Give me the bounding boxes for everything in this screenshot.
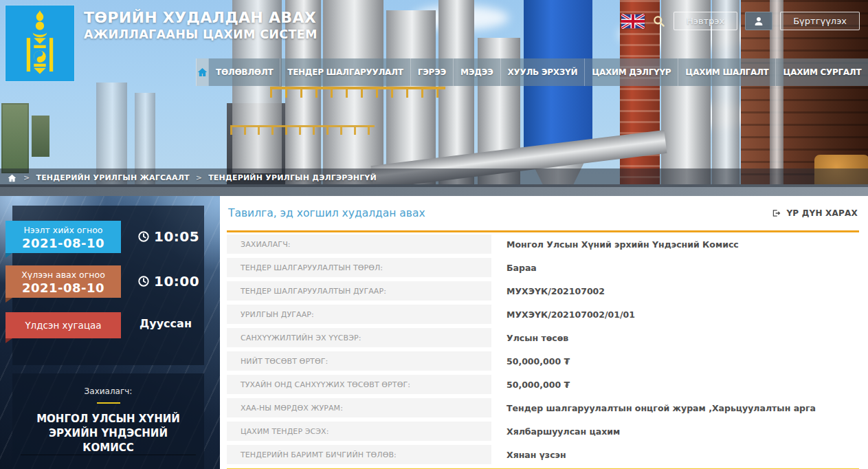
row-label: НИЙТ ТӨСӨВТ ӨРТӨГ: [227,351,491,371]
row-label: ТУХАЙН ОНД САНХҮҮЖИХ ТӨСӨВТ ӨРТӨГ: [227,375,491,394]
table-row: ТЕНДЕР ШАЛГАРУУЛАЛТЫН ТӨРӨЛ: Бараа [227,258,859,277]
row-value: Тендер шалгаруулалтын онцгой журам ,Харь… [491,398,859,417]
remaining-label: Үлдсэн хугацаа [25,320,101,331]
yellow-railing [270,87,445,98]
nav-item-planning[interactable]: ТӨЛӨВЛӨЛТ [208,58,280,86]
row-label: УРИЛГЫН ДУГААР: [227,305,491,324]
green-cabinet [32,116,49,157]
breadcrumb-item-detail[interactable]: ТЕНДЕРИЙН УРИЛГЫН ДЭЛГЭРЭНГҮЙ [208,173,377,182]
user-icon [753,16,764,27]
row-label: САНХҮҮЖИЛТИЙН ЭХ ҮҮСВЭР: [227,328,491,347]
table-row: ТЕНДЕР ШАЛГАРУУЛАЛТЫН ДУГААР: МУХЭҮК/202… [227,281,859,301]
nav-item-tender-selection[interactable]: ТЕНДЕР ШАЛГАРУУЛАЛТ [280,58,410,86]
home-icon [197,67,208,78]
table-row: ТУХАЙН ОНД САНХҮҮЖИХ ТӨСӨВТ ӨРТӨГ: 50,00… [227,375,859,394]
main-content: Тавилга, эд хогшил худалдан авах ҮР ДҮН … [220,196,868,469]
receive-time: 10:00 [137,273,199,290]
receive-date-value: 2021-08-10 [5,281,121,295]
row-label: ХАА-НЫ МӨРДӨХ ЖУРАМ: [227,398,491,417]
site-title-line2: АЖИЛЛАГААНЫ ЦАХИМ СИСТЕМ [84,27,318,42]
open-date-label: Нээлт хийх огноо [5,225,121,235]
row-label: ЗАХИАЛАГЧ: [227,235,491,254]
nav-item-etraining[interactable]: ЦАХИМ СУРГАЛТ [775,58,868,86]
uk-flag-icon[interactable] [621,14,645,29]
row-value: Монгол Улсын Хүний эрхийн Үндэсний Комис… [491,235,859,254]
row-value: МУХЭҮК/202107002 [491,281,859,301]
accent-rule-top [227,230,859,232]
search-icon[interactable] [652,14,666,28]
tender-detail-table: ЗАХИАЛАГЧ: Монгол Улсын Хүний эрхийн Үнд… [227,235,859,469]
open-date-box: Нээлт хийх огноо 2021-08-10 [5,221,121,253]
remaining-value: Дууссан [140,317,192,330]
client-panel: Захиалагч: МОНГОЛ УЛСЫН ХҮНИЙ ЭРХИЙН ҮНД… [12,373,204,469]
client-divider [21,455,196,455]
row-value: Хялбаршуулсан цахим [491,422,859,441]
main-nav: ТӨЛӨВЛӨЛТ ТЕНДЕР ШАЛГАРУУЛАЛТ ГЭРЭЭ МЭДЭ… [196,58,868,86]
user-button[interactable] [745,12,772,30]
nav-item-einspection[interactable]: ЦАХИМ ШАЛГАЛТ [678,58,775,86]
sidebar: Нээлт хийх огноо 2021-08-10 10:05 Хүлээн… [0,196,220,469]
clock-icon [137,275,150,287]
row-label: ТЕНДЕР ШАЛГАРУУЛАЛТЫН ТӨРӨЛ: [227,258,491,277]
breadcrumb-item-list[interactable]: ТЕНДЕРИЙН УРИЛГЫН ЖАГСААЛТ [36,173,189,182]
sign-out-icon [771,208,781,218]
table-row: ТЕНДЕРИЙН БАРИМТ БИЧГИЙН ТӨЛӨВ: Хянан үз… [227,445,859,464]
page-title: Тавилга, эд хогшил худалдан авах [228,207,425,219]
client-rule [97,402,120,404]
remaining-box: Үлдсэн хугацаа [5,312,121,338]
logo[interactable] [5,6,74,81]
client-label: Захиалагч: [12,373,204,396]
yellow-railing [230,125,375,135]
hero-image: ТӨРИЙН ХУДАЛДАН АВАХ АЖИЛЛАГААНЫ ЦАХИМ С… [0,0,868,196]
row-value: Бараа [491,258,859,277]
receive-date-box: Хүлээн авах огноо 2021-08-10 [5,265,121,298]
row-value: 50,000,000 ₮ [491,351,859,371]
open-time-value: 10:05 [154,228,199,245]
row-label: ТЕНДЕР ШАЛГАРУУЛАЛТЫН ДУГААР: [227,281,491,301]
row-value: Хянан үзсэн [491,445,859,464]
nav-item-news[interactable]: МЭДЭЭ [453,58,500,86]
view-results-link[interactable]: ҮР ДҮН ХАРАХ [771,208,858,218]
row-value: 50,000,000 ₮ [491,375,859,394]
row-label: ЦАХИМ ТЕНДЕР ЭСЭХ: [227,422,491,441]
row-value: Улсын төсөв [491,328,859,347]
breadcrumb: > ТЕНДЕРИЙН УРИЛГЫН ЖАГСААЛТ > ТЕНДЕРИЙН… [0,168,868,187]
register-button[interactable]: Бүртгүүлэх [780,12,860,30]
nav-item-contract[interactable]: ГЭРЭЭ [410,58,453,86]
soyombo-icon [18,10,62,76]
topbar: Нэвтрэх Бүртгүүлэх [621,12,860,30]
nav-home[interactable] [196,58,208,86]
open-time: 10:05 [137,228,199,245]
table-row: САНХҮҮЖИЛТИЙН ЭХ ҮҮСВЭР: Улсын төсөв [227,328,859,347]
page: ТӨРИЙН ХУДАЛДАН АВАХ АЖИЛЛАГААНЫ ЦАХИМ С… [0,0,868,469]
breadcrumb-separator: > [196,173,202,182]
breadcrumb-separator: > [23,173,30,182]
receive-time-value: 10:00 [154,273,199,290]
table-row: УРИЛГЫН ДУГААР: МУХЭҮК/202107002/01/01 [227,305,859,324]
table-row: ЦАХИМ ТЕНДЕР ЭСЭХ: Хялбаршуулсан цахим [227,422,859,441]
site-title: ТӨРИЙН ХУДАЛДАН АВАХ АЖИЛЛАГААНЫ ЦАХИМ С… [84,8,318,42]
breadcrumb-home-icon[interactable] [7,173,17,183]
receive-date-label: Хүлээн авах огноо [5,270,121,280]
row-value: МУХЭҮК/202107002/01/01 [491,305,859,324]
table-row: ХАА-НЫ МӨРДӨХ ЖУРАМ: Тендер шалгаруулалт… [227,398,859,417]
nav-item-legal[interactable]: ХУУЛЬ ЭРХЗҮЙ [500,58,585,86]
site-title-line1: ТӨРИЙН ХУДАЛДАН АВАХ [84,8,318,27]
clock-icon [137,230,150,243]
view-results-label: ҮР ДҮН ХАРАХ [786,208,858,218]
client-name: МОНГОЛ УЛСЫН ХҮНИЙ ЭРХИЙН ҮНДЭСНИЙ КОМИС… [12,412,204,455]
open-date-value: 2021-08-10 [5,236,121,250]
login-button[interactable]: Нэвтрэх [674,12,737,30]
row-label: ТЕНДЕРИЙН БАРИМТ БИЧГИЙН ТӨЛӨВ: [227,445,491,464]
table-row: НИЙТ ТӨСӨВТ ӨРТӨГ: 50,000,000 ₮ [227,351,859,371]
green-cabinet [1,103,29,173]
nav-item-eshop[interactable]: ЦАХИМ ДЭЛГҮҮР [584,58,678,86]
table-row: ЗАХИАЛАГЧ: Монгол Улсын Хүний эрхийн Үнд… [227,235,859,254]
